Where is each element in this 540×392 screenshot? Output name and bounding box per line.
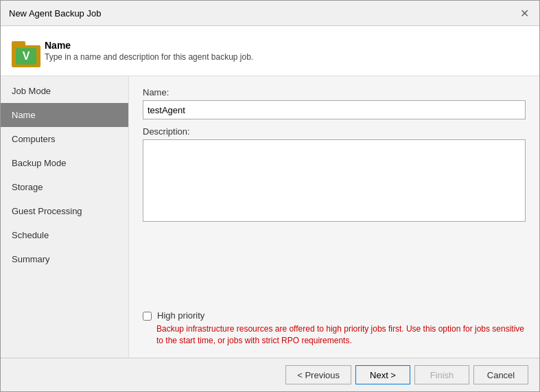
sidebar-item-summary[interactable]: Summary (1, 247, 128, 271)
title-bar: New Agent Backup Job ✕ (1, 1, 539, 26)
close-button[interactable]: ✕ (517, 6, 531, 20)
name-input[interactable] (143, 100, 526, 119)
dialog: New Agent Backup Job ✕ V Name Type in a … (0, 0, 540, 392)
header-section: V Name Type in a name and description fo… (1, 26, 539, 76)
header-text: Name Type in a name and description for … (45, 40, 253, 62)
veeam-icon: V (12, 34, 45, 67)
sidebar: Job Mode Name Computers Backup Mode Stor… (1, 76, 129, 358)
priority-checkbox[interactable] (143, 312, 152, 321)
sidebar-item-job-mode[interactable]: Job Mode (1, 79, 128, 103)
content-area: Job Mode Name Computers Backup Mode Stor… (1, 76, 539, 358)
footer: < Previous Next > Finish Cancel (1, 358, 539, 391)
name-label: Name: (143, 87, 526, 97)
priority-row: High priority (143, 310, 526, 321)
description-field-group: Description: (143, 126, 526, 224)
finish-button[interactable]: Finish (414, 365, 469, 384)
sidebar-item-schedule[interactable]: Schedule (1, 223, 128, 247)
priority-label: High priority (157, 310, 204, 321)
sidebar-item-backup-mode[interactable]: Backup Mode (1, 151, 128, 175)
description-input[interactable] (143, 139, 526, 222)
sidebar-item-name[interactable]: Name (1, 103, 128, 127)
header-title: Name (45, 40, 253, 51)
priority-section: High priority Backup infrastructure reso… (143, 303, 526, 347)
cancel-button[interactable]: Cancel (473, 365, 528, 384)
v-badge-icon: V (16, 48, 36, 65)
dialog-title: New Agent Backup Job (9, 8, 101, 19)
previous-button[interactable]: < Previous (285, 365, 351, 384)
next-button[interactable]: Next > (355, 365, 410, 384)
name-field-group: Name: (143, 87, 526, 119)
sidebar-item-storage[interactable]: Storage (1, 175, 128, 199)
priority-description: Backup infrastructure resources are offe… (156, 323, 526, 347)
description-label: Description: (143, 126, 526, 137)
header-subtitle: Type in a name and description for this … (45, 52, 253, 62)
sidebar-item-computers[interactable]: Computers (1, 127, 128, 151)
main-panel: Name: Description: High priority Backup … (129, 76, 539, 358)
sidebar-item-guest-processing[interactable]: Guest Processing (1, 199, 128, 223)
